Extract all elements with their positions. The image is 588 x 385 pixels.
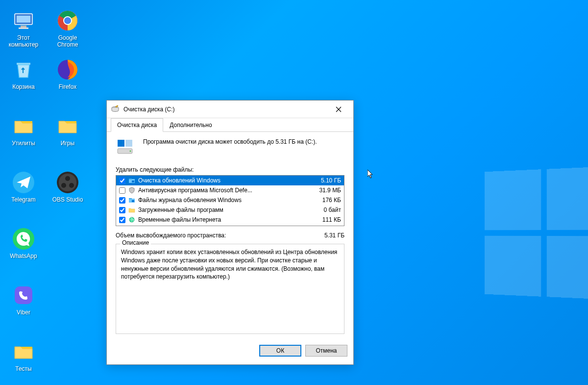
desktop-icon-label: Google Chrome bbox=[49, 34, 86, 49]
intro-section: Программа очистки диска может освободить… bbox=[116, 138, 344, 157]
file-name: Файлы журнала обновления Windows bbox=[138, 197, 309, 204]
desktop-icon-label: Утилиты bbox=[5, 140, 42, 147]
file-checkbox[interactable] bbox=[119, 178, 125, 184]
desktop-icon-label: Этот компьютер bbox=[5, 34, 42, 49]
desktop-icon-telegram[interactable]: Telegram bbox=[5, 171, 42, 203]
total-label: Объем высвобождаемого пространства: bbox=[116, 232, 226, 239]
file-size: 31.9 МБ bbox=[312, 187, 341, 194]
description-box: Описание Windows хранит копии всех устан… bbox=[116, 244, 344, 334]
total-row: Объем высвобождаемого пространства: 5.31… bbox=[116, 232, 344, 239]
svg-point-7 bbox=[64, 17, 71, 24]
file-row[interactable]: Загруженные файлы программ0 байт bbox=[116, 205, 344, 215]
cancel-button[interactable]: Отмена bbox=[305, 345, 347, 357]
intro-text: Программа очистки диска может освободить… bbox=[143, 138, 317, 157]
desktop-icon-chrome[interactable]: Google Chrome bbox=[49, 9, 86, 49]
delete-files-label: Удалить следующие файлы: bbox=[116, 166, 344, 173]
obs-icon bbox=[56, 171, 79, 194]
svg-rect-17 bbox=[15, 286, 32, 304]
button-row: ОК Отмена bbox=[107, 340, 353, 364]
file-size: 0 байт bbox=[312, 206, 341, 213]
description-text: Windows хранит копии всех установленных … bbox=[121, 248, 339, 281]
tab-strip: Очистка дискаДополнительно bbox=[107, 118, 353, 132]
folder-icon bbox=[12, 114, 35, 138]
file-row[interactable]: Очистка обновлений Windows5.10 ГБ bbox=[116, 176, 344, 185]
total-value: 5.31 ГБ bbox=[324, 232, 344, 239]
svg-point-14 bbox=[61, 183, 66, 188]
svg-rect-1 bbox=[17, 16, 30, 23]
file-checkbox[interactable] bbox=[119, 207, 125, 213]
desktop-icon-firefox[interactable]: Firefox bbox=[49, 58, 86, 90]
svg-rect-20 bbox=[125, 140, 132, 147]
file-list[interactable]: Очистка обновлений Windows5.10 ГБАнтивир… bbox=[116, 175, 344, 226]
svg-point-13 bbox=[65, 176, 70, 181]
file-row[interactable]: Антивирусная программа Microsoft Defe...… bbox=[116, 185, 344, 195]
svg-rect-28 bbox=[132, 200, 134, 202]
dialog-title: Очистка диска (C:) bbox=[123, 106, 328, 113]
desktop-icon-label: WhatsApp bbox=[5, 253, 42, 259]
desktop-icon-label: Viber bbox=[5, 309, 42, 316]
dialog-body: Программа очистки диска может освободить… bbox=[107, 132, 353, 340]
desktop-icon-label: Telegram bbox=[5, 196, 42, 203]
folder-icon bbox=[56, 114, 79, 138]
svg-rect-27 bbox=[129, 198, 132, 199]
desktop-icon-label: Firefox bbox=[49, 83, 86, 90]
svg-rect-19 bbox=[118, 140, 124, 147]
file-checkbox[interactable] bbox=[119, 187, 125, 194]
desktop-icon-label: Тесты bbox=[5, 365, 42, 372]
desktop-icon-recycle[interactable]: Корзина bbox=[5, 58, 42, 90]
disk-cleanup-dialog: Очистка диска (C:) Очистка дискаДополнит… bbox=[106, 100, 354, 365]
file-row[interactable]: Файлы журнала обновления Windows176 КБ bbox=[116, 195, 344, 205]
file-row[interactable]: Временные файлы Интернета111 КБ bbox=[116, 215, 344, 225]
chrome-icon bbox=[56, 9, 79, 32]
disk-cleanup-icon bbox=[111, 105, 120, 114]
computer-icon bbox=[12, 9, 35, 32]
desktop-icon-label: OBS Studio bbox=[49, 196, 86, 203]
file-name: Антивирусная программа Microsoft Defe... bbox=[138, 187, 309, 194]
file-type-icon bbox=[128, 216, 135, 223]
file-size: 111 КБ bbox=[312, 216, 341, 223]
ok-button[interactable]: ОК bbox=[259, 345, 301, 357]
titlebar[interactable]: Очистка диска (C:) bbox=[107, 101, 353, 118]
desktop-icon-label: Корзина bbox=[5, 83, 42, 90]
file-size: 176 КБ bbox=[312, 197, 341, 204]
desktop-icon-folder[interactable]: Утилиты bbox=[5, 114, 42, 147]
viber-icon bbox=[12, 283, 35, 307]
svg-point-15 bbox=[69, 183, 74, 188]
file-type-icon bbox=[128, 177, 135, 184]
description-legend: Описание bbox=[120, 239, 151, 246]
desktop-icon-folder[interactable]: Тесты bbox=[5, 340, 42, 372]
recycle-icon bbox=[12, 58, 35, 81]
file-checkbox[interactable] bbox=[119, 197, 125, 204]
tab-cleanup[interactable]: Очистка диска bbox=[111, 118, 163, 132]
folder-icon bbox=[12, 340, 35, 363]
telegram-icon bbox=[12, 171, 35, 194]
tab-more[interactable]: Дополнительно bbox=[163, 118, 218, 132]
desktop-icon-obs[interactable]: OBS Studio bbox=[49, 171, 86, 203]
desktop-icon-computer[interactable]: Этот компьютер bbox=[5, 9, 42, 49]
file-type-icon bbox=[128, 206, 135, 213]
file-name: Временные файлы Интернета bbox=[138, 216, 309, 223]
svg-rect-8 bbox=[17, 63, 30, 65]
file-name: Очистка обновлений Windows bbox=[138, 177, 309, 184]
close-button[interactable] bbox=[328, 102, 349, 117]
desktop-icon-folder[interactable]: Игры bbox=[49, 114, 86, 147]
desktop-icon-whatsapp[interactable]: WhatsApp bbox=[5, 227, 42, 259]
desktop-icon-viber[interactable]: Viber bbox=[5, 283, 42, 316]
file-type-icon bbox=[128, 187, 135, 194]
file-checkbox[interactable] bbox=[119, 217, 125, 223]
svg-rect-3 bbox=[19, 27, 28, 29]
desktop-icon-label: Игры bbox=[49, 140, 86, 147]
firefox-icon bbox=[56, 58, 79, 81]
svg-rect-2 bbox=[21, 26, 26, 27]
svg-rect-24 bbox=[129, 179, 132, 180]
svg-point-22 bbox=[130, 151, 131, 152]
file-size: 5.10 ГБ bbox=[312, 177, 341, 184]
mouse-cursor bbox=[368, 170, 373, 179]
drive-icon bbox=[116, 138, 135, 157]
svg-rect-25 bbox=[132, 180, 134, 182]
file-name: Загруженные файлы программ bbox=[138, 206, 309, 213]
file-type-icon bbox=[128, 197, 135, 204]
whatsapp-icon bbox=[12, 227, 35, 251]
close-icon bbox=[336, 106, 342, 112]
